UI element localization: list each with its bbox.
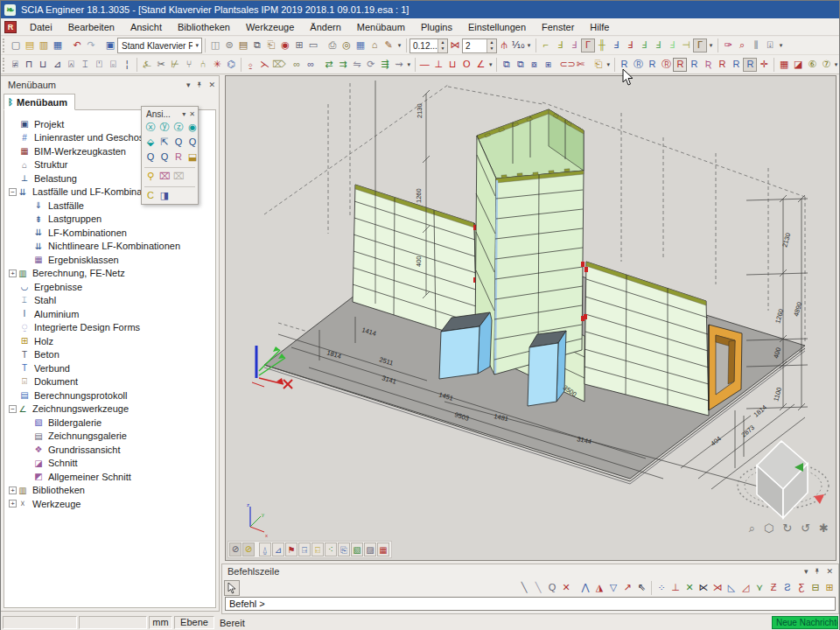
edit-page-icon[interactable]: ✎ (382, 38, 396, 52)
tree-item-zeichnungswerkzeuge[interactable]: −∠Zeichnungswerkzeuge (4, 402, 215, 416)
command-collapse-icon[interactable]: ▾ (804, 567, 808, 576)
snap-end-icon[interactable]: ◮ (592, 581, 606, 595)
modify-2-icon[interactable]: ⋋ (258, 58, 272, 72)
move-icon[interactable]: ⇄ (322, 58, 336, 72)
vp-zoom-icon[interactable]: ⌕ (749, 522, 755, 536)
section-17-icon[interactable]: ⑦ (819, 58, 833, 72)
walk-icon[interactable]: ⇱ (158, 136, 172, 150)
pages-icon[interactable]: ⎘ (338, 542, 350, 556)
layer-f3-icon[interactable]: Ⅎ (567, 38, 581, 52)
photo-disabled-icon[interactable]: ⌧ (172, 170, 186, 184)
rib-icon[interactable]: ⌶ (78, 58, 92, 72)
command-pin-icon[interactable]: 🖈 (813, 567, 821, 576)
pencil-yellow-icon[interactable]: ⊘ (242, 542, 255, 556)
io-dropdown[interactable]: ▾ (606, 58, 612, 72)
layer-dropdown[interactable]: ▾ (707, 38, 715, 52)
folder-out-icon[interactable]: ⎗ (592, 58, 606, 72)
sphere-icon[interactable]: ◉ (278, 38, 292, 52)
new-messages-button[interactable]: Neue Nachrichten (772, 616, 838, 629)
panel-pin-icon[interactable]: 🖈 (195, 80, 203, 89)
view-pair-icon[interactable]: ∞ (290, 58, 304, 72)
member-icon[interactable]: ⊔ (36, 58, 50, 72)
divide-icon[interactable]: ⑂ (182, 58, 196, 72)
circle-icon[interactable]: O (459, 58, 473, 72)
abc-arrow-icon[interactable]: ⍈ (298, 542, 311, 556)
team-icon[interactable]: ◫ (208, 38, 222, 52)
save-all-icon[interactable]: ▥ (37, 38, 51, 52)
grid-k1-icon[interactable]: ⋉ (696, 581, 710, 595)
paste-icon[interactable]: ⎗ (264, 38, 278, 52)
modify-3-icon[interactable]: ⌦ (272, 58, 286, 72)
line-icon[interactable]: — (417, 58, 431, 72)
grid-tri2-icon[interactable]: ◿ (738, 581, 752, 595)
project-box-icon[interactable]: ⌂ (368, 38, 382, 52)
vp-refresh-icon[interactable]: ↺ (801, 522, 810, 536)
grid-k2-icon[interactable]: ⋊ (710, 581, 724, 595)
zoom-out-icon[interactable]: Q (186, 136, 200, 150)
trim-icon[interactable]: ✂ (154, 58, 168, 72)
angle-icon[interactable]: ∠ (473, 58, 487, 72)
draw-dropdown[interactable]: ▾ (487, 58, 494, 72)
cursor-snap-icon[interactable]: ⇖ (634, 581, 648, 595)
zoom-in-icon[interactable]: Q (172, 136, 186, 150)
mirror-icon[interactable]: ⇋ (350, 58, 364, 72)
edit-polyline-icon[interactable]: ⍼ (140, 58, 154, 72)
tree-item-verbund[interactable]: TVerbund (4, 361, 215, 375)
menu-bearbeiten[interactable]: Bearbeiten (60, 18, 122, 36)
tree-item-lastgruppen[interactable]: ⇟Lastgruppen (4, 213, 215, 227)
undo-icon[interactable]: ↶ (70, 38, 84, 52)
view-z-icon[interactable]: ⓩ (172, 121, 186, 135)
tree-item-holz[interactable]: ⊞Holz (4, 334, 215, 348)
move-cross-icon[interactable]: ✛ (757, 58, 771, 72)
axonometry-icon[interactable]: ⬙ (144, 136, 158, 150)
tree-item-lf-kombinationen[interactable]: ⇊LF-Kombinationen (4, 226, 215, 240)
print-icon[interactable]: ⎙ (326, 38, 340, 52)
menu-hilfe[interactable]: Hilfe (582, 18, 617, 36)
menu-menuebaum[interactable]: Menübaum (349, 18, 413, 36)
grid-box-icon[interactable]: ⊞ (822, 581, 836, 595)
stretch-icon[interactable]: ⇝ (392, 58, 406, 72)
paint-result-icon[interactable]: ◪ (791, 58, 805, 72)
expand-icon[interactable]: + (9, 500, 17, 508)
wall-icon[interactable]: ⍓ (64, 58, 78, 72)
ruler-icon[interactable]: ⊿ (272, 542, 284, 556)
grid-z3-icon[interactable]: Ƹ (794, 581, 808, 595)
copy-elem1-icon[interactable]: ⧉ (500, 58, 514, 72)
window-view-icon[interactable]: ◨ (158, 189, 172, 203)
grid-tri-icon[interactable]: ◺ (724, 581, 738, 595)
menu-einstellungen[interactable]: Einstellungen (460, 18, 534, 36)
command-input[interactable]: Befehl > (225, 597, 836, 611)
tree-item-berechnungsprotokoll[interactable]: ▤Berechnungsprotokoll (4, 388, 215, 402)
panel-close-icon[interactable]: ✕ (208, 80, 215, 89)
zoom-all-icon[interactable]: Q (158, 150, 172, 164)
snap-mid-icon[interactable]: ⋀ (578, 581, 592, 595)
app-icon[interactable]: R (4, 21, 17, 33)
view-x-icon[interactable]: ⓧ (144, 121, 158, 135)
calculator-icon[interactable]: ▦ (354, 38, 368, 52)
redo-icon[interactable]: ↷ (84, 38, 98, 52)
result-r9-icon[interactable]: R (729, 58, 743, 72)
copy-icon[interactable]: ⇉ (336, 58, 350, 72)
result-r5-icon[interactable]: R (673, 58, 687, 72)
clipbox-icon[interactable]: ⬓ (186, 150, 200, 164)
connect-icon[interactable]: ⫛ (497, 38, 511, 52)
new-document-icon[interactable]: ▢ (9, 38, 23, 52)
pencil-gray-icon[interactable]: ⊘ (229, 542, 242, 556)
snap-near-icon[interactable]: ↗ (620, 581, 634, 595)
viewport-3d[interactable]: 1451 9503 1481 3144 3500 1414 1814 2511 … (225, 75, 836, 561)
extend-icon[interactable]: ⊬ (168, 58, 182, 72)
more-dropdown[interactable]: ▾ (396, 38, 403, 52)
layer-f6-icon[interactable]: Ⅎ (609, 38, 623, 52)
copy-elem2-icon[interactable]: ⧉ (514, 58, 528, 72)
rect-icon[interactable]: ⊔ (445, 58, 459, 72)
tree-item-dokument[interactable]: ⌻Dokument (4, 375, 215, 389)
view-pair2-icon[interactable]: ∞ (304, 58, 318, 72)
copy-elem3-icon[interactable]: ⧇ (528, 58, 542, 72)
column-q-icon[interactable]: ⍗ (763, 38, 777, 52)
tree-item-werkzeuge[interactable]: +☓Werkzeuge (4, 497, 215, 511)
layer-f5-icon[interactable]: ╫ (595, 38, 609, 52)
result-dropdown[interactable]: ▾ (833, 58, 839, 72)
cut-plane-icon[interactable]: ✄ (573, 58, 587, 72)
dots-pyramid-icon[interactable]: ⁖ (325, 542, 337, 556)
snap-x-icon[interactable]: ✕ (559, 581, 573, 595)
